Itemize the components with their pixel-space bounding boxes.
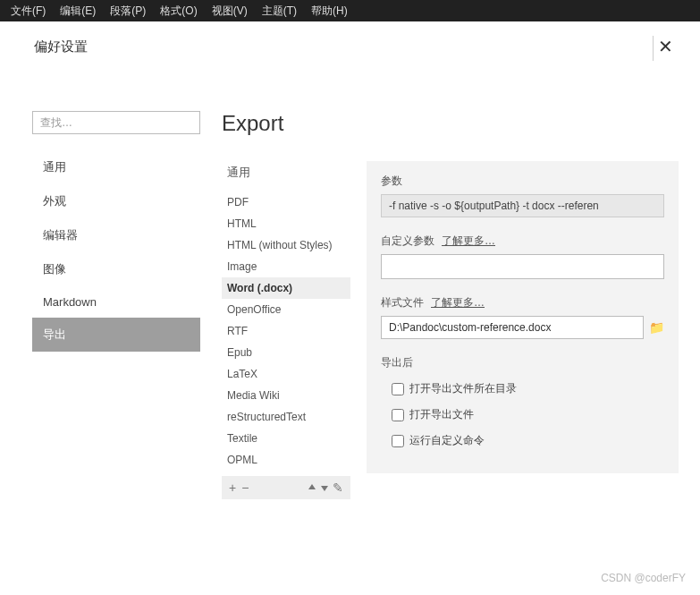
format-rtf[interactable]: RTF — [222, 320, 350, 342]
checkbox-open-file-input[interactable] — [392, 409, 404, 421]
format-image[interactable]: Image — [222, 256, 350, 277]
edit-format-button[interactable]: ✎ — [333, 480, 343, 495]
format-pdf[interactable]: PDF — [222, 191, 350, 213]
format-html-nostyle[interactable]: HTML (without Styles) — [222, 234, 350, 256]
format-header: 通用 — [222, 161, 350, 184]
format-openoffice[interactable]: OpenOffice — [222, 299, 350, 320]
move-up-button[interactable] — [308, 480, 316, 495]
dialog-title: 偏好设置 — [34, 38, 88, 55]
custom-learn-more-link[interactable]: 了解更多… — [442, 234, 495, 249]
format-toolbar: + − ✎ — [222, 476, 350, 499]
checkbox-run-command-input[interactable] — [392, 435, 404, 447]
menu-theme[interactable]: 主题(T) — [255, 4, 304, 19]
nav-appearance[interactable]: 外观 — [32, 184, 200, 218]
format-opml[interactable]: OPML — [222, 449, 350, 471]
after-export-row: 导出后 打开导出文件所在目录 打开导出文件 运行自定义命令 — [381, 355, 664, 454]
watermark: CSDN @coderFY — [601, 572, 686, 584]
content: 通用 外观 编辑器 图像 Markdown 导出 Export 通用 PDF H… — [0, 68, 700, 499]
menu-help[interactable]: 帮助(H) — [304, 4, 355, 19]
menubar: 文件(F) 编辑(E) 段落(P) 格式(O) 视图(V) 主题(T) 帮助(H… — [0, 0, 700, 21]
param-input[interactable] — [381, 194, 664, 217]
format-rst[interactable]: reStructuredText — [222, 406, 350, 428]
sidebar: 通用 外观 编辑器 图像 Markdown 导出 — [32, 111, 200, 499]
nav-image[interactable]: 图像 — [32, 252, 200, 286]
format-textile[interactable]: Textile — [222, 428, 350, 449]
close-button[interactable]: ✕ — [653, 36, 679, 57]
format-list: PDF HTML HTML (without Styles) Image Wor… — [222, 191, 350, 471]
format-latex[interactable]: LaTeX — [222, 363, 350, 385]
custom-param-input[interactable] — [381, 254, 664, 279]
format-panel: 通用 PDF HTML HTML (without Styles) Image … — [222, 161, 350, 499]
remove-format-button[interactable]: − — [241, 480, 249, 495]
nav-markdown[interactable]: Markdown — [32, 286, 200, 318]
param-label: 参数 — [381, 174, 664, 189]
custom-param-row: 自定义参数 了解更多… — [381, 234, 664, 279]
add-format-button[interactable]: + — [229, 480, 236, 495]
checkbox-open-folder-label: 打开导出文件所在目录 — [409, 381, 517, 396]
nav-general[interactable]: 通用 — [32, 150, 200, 184]
menu-paragraph[interactable]: 段落(P) — [103, 4, 153, 19]
style-learn-more-link[interactable]: 了解更多… — [431, 295, 485, 310]
checkbox-open-file: 打开导出文件 — [381, 402, 664, 428]
checkbox-open-file-label: 打开导出文件 — [409, 407, 474, 422]
param-row: 参数 — [381, 174, 664, 217]
custom-param-label: 自定义参数 — [381, 234, 434, 249]
style-file-row: 样式文件 了解更多… 📁 — [381, 295, 664, 339]
panels: 通用 PDF HTML HTML (without Styles) Image … — [222, 161, 679, 499]
style-file-label: 样式文件 — [381, 295, 424, 310]
browse-button[interactable]: 📁 — [649, 320, 664, 335]
search-input[interactable] — [32, 111, 200, 134]
main-title: Export — [222, 111, 679, 136]
pencil-icon: ✎ — [333, 480, 343, 495]
menu-file[interactable]: 文件(F) — [4, 4, 53, 19]
format-html[interactable]: HTML — [222, 213, 350, 234]
main-panel: Export 通用 PDF HTML HTML (without Styles)… — [222, 111, 679, 499]
folder-icon: 📁 — [649, 320, 664, 335]
minus-icon: − — [241, 480, 249, 495]
move-down-button[interactable] — [320, 480, 329, 495]
menu-view[interactable]: 视图(V) — [205, 4, 255, 19]
format-word[interactable]: Word (.docx) — [222, 277, 350, 299]
checkbox-open-folder-input[interactable] — [392, 383, 404, 395]
settings-panel: 参数 自定义参数 了解更多… 样式文件 了解更多… — [367, 161, 679, 473]
menu-edit[interactable]: 编辑(E) — [53, 4, 103, 19]
format-epub[interactable]: Epub — [222, 342, 350, 363]
close-icon: ✕ — [658, 37, 673, 56]
checkbox-open-folder: 打开导出文件所在目录 — [381, 376, 664, 402]
checkbox-run-command-label: 运行自定义命令 — [409, 433, 485, 448]
arrow-down-icon — [320, 480, 329, 495]
dialog-header: 偏好设置 ✕ — [0, 21, 700, 68]
arrow-up-icon — [308, 480, 316, 495]
nav-export[interactable]: 导出 — [32, 318, 200, 352]
header-divider — [653, 36, 654, 61]
style-file-input[interactable] — [381, 316, 644, 339]
menu-format[interactable]: 格式(O) — [153, 4, 204, 19]
nav-editor[interactable]: 编辑器 — [32, 218, 200, 252]
checkbox-run-command: 运行自定义命令 — [381, 428, 664, 454]
plus-icon: + — [229, 480, 236, 495]
format-mediawiki[interactable]: Media Wiki — [222, 385, 350, 406]
after-export-label: 导出后 — [381, 355, 664, 370]
